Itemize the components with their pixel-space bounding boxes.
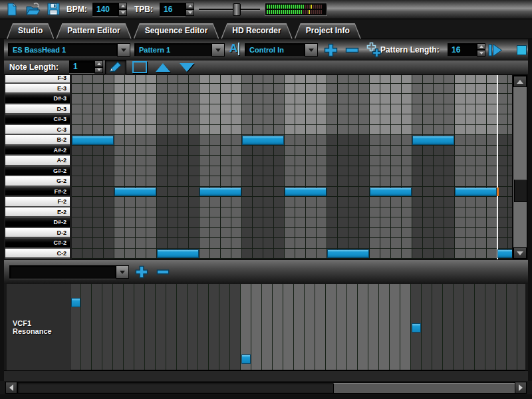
grid-cell[interactable]: [402, 228, 412, 239]
automation-column[interactable]: [326, 284, 336, 370]
grid-cell[interactable]: [295, 207, 306, 218]
grid-cell[interactable]: [508, 228, 512, 239]
grid-cell[interactable]: [136, 104, 146, 115]
grid-cell[interactable]: [72, 166, 82, 177]
grid-cell[interactable]: [125, 156, 136, 166]
grid-cell[interactable]: [104, 249, 114, 259]
grid-cell[interactable]: [455, 94, 466, 104]
grid-cell[interactable]: [114, 238, 125, 249]
scroll-right-button[interactable]: [515, 382, 527, 394]
grid-cell[interactable]: [348, 217, 359, 228]
grid-cell[interactable]: [157, 217, 168, 228]
grid-cell[interactable]: [348, 146, 359, 156]
grid-cell[interactable]: [402, 135, 412, 146]
grid-cell[interactable]: [263, 114, 274, 125]
grid-cell[interactable]: [359, 238, 370, 249]
grid-cell[interactable]: [434, 207, 444, 218]
grid-cell[interactable]: [338, 156, 348, 166]
grid-cell[interactable]: [231, 197, 242, 207]
automation-column[interactable]: [209, 284, 219, 370]
grid-cell[interactable]: [157, 84, 168, 94]
grid-cell[interactable]: [285, 125, 295, 136]
automation-column[interactable]: [390, 284, 400, 370]
grid-cell[interactable]: [136, 94, 146, 104]
grid-cell[interactable]: [221, 207, 231, 218]
grid-cell[interactable]: [263, 146, 274, 156]
grid-cell[interactable]: [178, 207, 189, 218]
automation-column[interactable]: [283, 284, 294, 370]
grid-cell[interactable]: [359, 94, 370, 104]
grid-cell[interactable]: [200, 94, 210, 104]
grid-cell[interactable]: [412, 146, 423, 156]
grid-cell[interactable]: [391, 114, 402, 125]
grid-cell[interactable]: [104, 228, 114, 239]
automation-column[interactable]: [198, 284, 209, 370]
grid-cell[interactable]: [497, 125, 508, 136]
grid-cell[interactable]: [72, 94, 82, 104]
grid-cell[interactable]: [253, 125, 263, 136]
automation-column[interactable]: [475, 284, 485, 370]
grid-cell[interactable]: [444, 75, 455, 84]
grid-cell[interactable]: [295, 84, 306, 94]
note-grid[interactable]: [72, 75, 512, 259]
grid-cell[interactable]: [93, 146, 104, 156]
grid-cell[interactable]: [455, 228, 466, 239]
grid-cell[interactable]: [221, 197, 231, 207]
grid-cell[interactable]: [327, 125, 338, 136]
grid-cell[interactable]: [402, 125, 412, 136]
grid-cell[interactable]: [423, 156, 434, 166]
add-pattern-icon[interactable]: [323, 43, 338, 58]
grid-cell[interactable]: [136, 228, 146, 239]
bpm-spin-down[interactable]: [118, 9, 127, 16]
piano-key-G#-2[interactable]: G#-2: [5, 166, 70, 177]
grid-cell[interactable]: [82, 114, 93, 125]
grid-cell[interactable]: [242, 114, 253, 125]
grid-cell[interactable]: [317, 94, 327, 104]
grid-cell[interactable]: [253, 228, 263, 239]
grid-cell[interactable]: [402, 94, 412, 104]
grid-cell[interactable]: [178, 84, 189, 94]
grid-cell[interactable]: [221, 249, 231, 259]
grid-cell[interactable]: [82, 249, 93, 259]
automation-column[interactable]: [102, 284, 113, 370]
grid-cell[interactable]: [200, 146, 210, 156]
grid-cell[interactable]: [306, 156, 317, 166]
grid-cell[interactable]: [210, 249, 221, 259]
grid-cell[interactable]: [444, 94, 455, 104]
grid-cell[interactable]: [200, 176, 210, 187]
piano-key-A#-2[interactable]: A#-2: [5, 146, 70, 156]
grid-cell[interactable]: [487, 156, 497, 166]
grid-cell[interactable]: [317, 176, 327, 187]
automation-param-select[interactable]: [9, 265, 129, 279]
grid-cell[interactable]: [476, 207, 487, 218]
grid-cell[interactable]: [466, 249, 476, 259]
note-F#-2-20[interactable]: [285, 188, 327, 197]
grid-cell[interactable]: [487, 114, 497, 125]
grid-cell[interactable]: [200, 114, 210, 125]
grid-cell[interactable]: [370, 207, 380, 218]
grid-cell[interactable]: [359, 104, 370, 115]
grid-cell[interactable]: [274, 249, 285, 259]
grid-cell[interactable]: [125, 217, 136, 228]
grid-cell[interactable]: [370, 125, 380, 136]
grid-cell[interactable]: [359, 197, 370, 207]
grid-cell[interactable]: [327, 75, 338, 84]
automation-column[interactable]: [464, 284, 475, 370]
grid-cell[interactable]: [104, 75, 114, 84]
grid-cell[interactable]: [136, 197, 146, 207]
grid-cell[interactable]: [231, 238, 242, 249]
grid-cell[interactable]: [189, 84, 200, 94]
grid-cell[interactable]: [466, 75, 476, 84]
grid-cell[interactable]: [221, 146, 231, 156]
grid-cell[interactable]: [114, 114, 125, 125]
grid-cell[interactable]: [136, 146, 146, 156]
grid-cell[interactable]: [455, 176, 466, 187]
grid-cell[interactable]: [242, 176, 253, 187]
grid-cell[interactable]: [295, 114, 306, 125]
piano-key-D#-3[interactable]: D#-3: [5, 94, 70, 104]
grid-cell[interactable]: [508, 75, 512, 84]
grid-cell[interactable]: [263, 84, 274, 94]
grid-cell[interactable]: [200, 104, 210, 115]
grid-cell[interactable]: [370, 217, 380, 228]
grid-cell[interactable]: [178, 125, 189, 136]
